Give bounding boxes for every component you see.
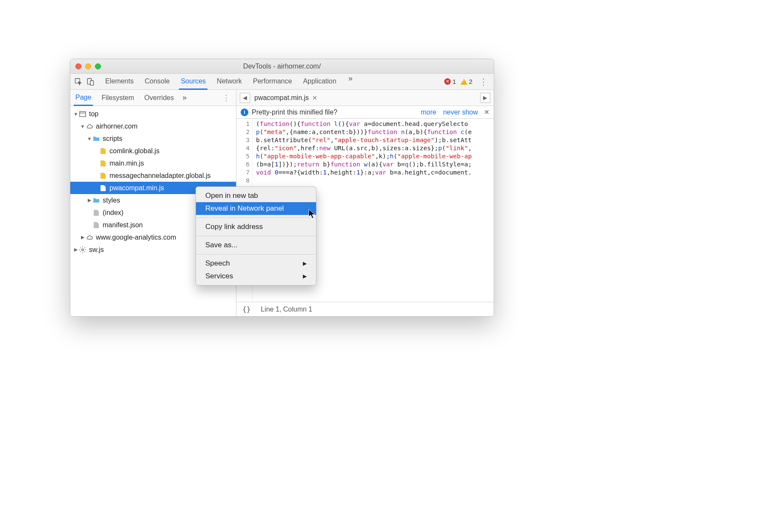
info-icon: i <box>241 109 248 116</box>
tree-folder-scripts[interactable]: ▼ scripts <box>70 132 236 145</box>
cloud-icon <box>86 234 93 241</box>
pretty-print-infobar: i Pretty-print this minified file? more … <box>236 106 494 119</box>
file-tab-pwacompat[interactable]: pwacompat.min.js ✕ <box>254 94 317 102</box>
history-back-button[interactable]: ◀ <box>240 93 250 103</box>
tab-performance[interactable]: Performance <box>251 74 294 89</box>
tree-file-msgchannel[interactable]: messagechanneladapter.global.js <box>70 169 236 182</box>
main-tab-bar: Elements Console Sources Network Perform… <box>70 74 494 90</box>
ctx-services[interactable]: Services▶ <box>196 270 316 283</box>
subtab-overrides[interactable]: Overrides <box>143 91 175 105</box>
pretty-print-button[interactable]: {} <box>242 305 250 313</box>
window-title: DevTools - airhorner.com/ <box>70 63 494 70</box>
frame-icon <box>79 110 86 118</box>
status-indicators: ✕ 1 2 ⋮ <box>444 77 490 87</box>
ctx-copy-link[interactable]: Copy link address <box>196 220 316 233</box>
device-toggle-icon[interactable] <box>86 77 95 86</box>
js-file-icon <box>99 147 107 155</box>
folder-icon <box>92 197 100 204</box>
editor-status-bar: {} Line 1, Column 1 <box>236 302 494 316</box>
titlebar: DevTools - airhorner.com/ <box>70 59 494 74</box>
tree-domain-airhorner[interactable]: ▼ airhorner.com <box>70 120 236 132</box>
tab-network[interactable]: Network <box>215 74 244 89</box>
file-tab-label: pwacompat.min.js <box>254 94 309 102</box>
file-icon <box>92 209 100 217</box>
chevron-right-icon: ▶ <box>303 273 307 279</box>
tab-application[interactable]: Application <box>301 74 338 89</box>
error-icon[interactable]: ✕ <box>444 78 451 85</box>
ctx-separator <box>196 236 316 236</box>
ctx-open-new-tab[interactable]: Open in new tab <box>196 189 316 202</box>
ctx-separator <box>196 217 316 218</box>
ctx-reveal-network[interactable]: Reveal in Network panel <box>196 202 316 215</box>
ctx-save-as[interactable]: Save as... <box>196 239 316 252</box>
warning-count: 2 <box>469 78 472 85</box>
svg-rect-2 <box>90 80 94 85</box>
warning-icon[interactable] <box>460 79 467 85</box>
infobar-close-icon[interactable]: ✕ <box>484 108 489 116</box>
subtab-page[interactable]: Page <box>74 90 93 106</box>
js-file-icon <box>99 172 107 180</box>
tab-list: Elements Console Sources Network Perform… <box>104 74 444 89</box>
js-file-icon <box>99 160 107 167</box>
inspect-icon[interactable] <box>74 77 83 86</box>
main-menu-kebab[interactable]: ⋮ <box>477 77 490 87</box>
navigator-tabs: Page Filesystem Overrides » ⋮ <box>70 90 236 106</box>
js-file-icon <box>99 184 107 192</box>
folder-icon <box>92 135 100 143</box>
editor-tab-bar: ◀ pwacompat.min.js ✕ ▶ <box>236 90 494 106</box>
tab-elements[interactable]: Elements <box>104 74 135 89</box>
tab-overflow-chevron[interactable]: » <box>346 74 355 89</box>
infobar-more-link[interactable]: more <box>421 109 436 116</box>
cloud-icon <box>86 123 93 130</box>
tree-file-comlink[interactable]: comlink.global.js <box>70 145 236 157</box>
svg-rect-3 <box>80 112 86 117</box>
ctx-separator <box>196 254 316 255</box>
gear-icon <box>79 246 86 254</box>
close-icon[interactable]: ✕ <box>312 94 317 101</box>
subtab-overflow-chevron[interactable]: » <box>182 93 187 102</box>
subtab-filesystem[interactable]: Filesystem <box>100 91 135 105</box>
tab-sources[interactable]: Sources <box>179 74 207 90</box>
file-icon <box>92 221 100 229</box>
cursor-position: Line 1, Column 1 <box>261 306 312 313</box>
tab-console[interactable]: Console <box>143 74 172 89</box>
svg-point-5 <box>82 249 83 250</box>
tree-top-frame[interactable]: ▼ top <box>70 108 236 120</box>
error-count: 1 <box>452 78 456 85</box>
context-menu: Open in new tab Reveal in Network panel … <box>196 186 316 286</box>
infobar-never-show-link[interactable]: never show <box>443 109 478 116</box>
ctx-speech[interactable]: Speech▶ <box>196 257 316 270</box>
history-forward-button[interactable]: ▶ <box>480 93 490 103</box>
navigator-kebab[interactable]: ⋮ <box>220 93 233 103</box>
chevron-right-icon: ▶ <box>303 260 307 266</box>
tree-file-mainmin[interactable]: main.min.js <box>70 157 236 169</box>
infobar-message: Pretty-print this minified file? <box>252 109 337 116</box>
